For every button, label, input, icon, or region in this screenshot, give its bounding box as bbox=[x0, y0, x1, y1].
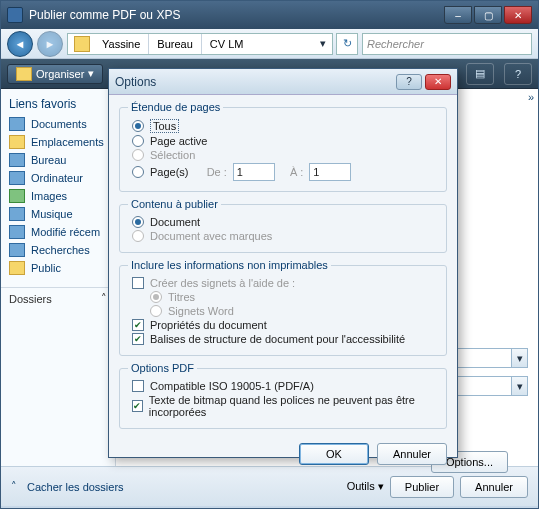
bookmarks-word-option: Signets Word bbox=[150, 305, 438, 317]
recent-icon bbox=[9, 225, 25, 239]
dialog-help-button[interactable]: ? bbox=[396, 74, 422, 90]
checkbox-icon: ✔ bbox=[132, 319, 144, 331]
chevron-down-icon: ▾ bbox=[88, 67, 94, 80]
chevron-up-icon[interactable]: ˄ bbox=[11, 480, 17, 493]
range-selection-option: Sélection bbox=[132, 149, 438, 161]
close-button[interactable]: ✕ bbox=[504, 6, 532, 24]
radio-icon bbox=[132, 120, 144, 132]
music-icon bbox=[9, 207, 25, 221]
doc-props-check[interactable]: ✔ Propriétés du document bbox=[132, 319, 438, 331]
nonprint-group: Inclure les informations non imprimables… bbox=[119, 259, 447, 356]
publish-document-option[interactable]: Document bbox=[132, 216, 438, 228]
to-page-input[interactable]: 1 bbox=[309, 163, 351, 181]
doc-struct-check[interactable]: ✔ Balises de structure de document pour … bbox=[132, 333, 438, 345]
radio-icon bbox=[132, 216, 144, 228]
images-icon bbox=[9, 189, 25, 203]
refresh-button[interactable]: ↻ bbox=[336, 33, 358, 55]
window-title: Publier comme PDF ou XPS bbox=[29, 8, 444, 22]
sidebar: Liens favoris Documents Emplacements Bur… bbox=[1, 89, 116, 466]
crumb-1[interactable]: Bureau bbox=[149, 34, 201, 54]
titlebar: Publier comme PDF ou XPS – ▢ ✕ bbox=[1, 1, 538, 29]
radio-icon bbox=[132, 149, 144, 161]
pdf-options-legend: Options PDF bbox=[128, 362, 197, 374]
tools-button[interactable]: Outils ▾ bbox=[347, 480, 384, 493]
locations-icon bbox=[9, 135, 25, 149]
organize-button[interactable]: Organiser ▾ bbox=[7, 64, 103, 84]
help-button[interactable]: ? bbox=[504, 63, 532, 85]
save-dialog-window: Publier comme PDF ou XPS – ▢ ✕ ◄ ► Yassi… bbox=[0, 0, 539, 509]
sidebar-item-public[interactable]: Public bbox=[1, 259, 115, 277]
chevron-down-icon[interactable]: ▾ bbox=[316, 37, 330, 50]
publish-button[interactable]: Publier bbox=[390, 476, 454, 498]
page-range-group: Étendue de pages Tous Page active Sélect… bbox=[119, 101, 447, 192]
dialog-titlebar: Options ? ✕ bbox=[109, 69, 457, 95]
folders-toggle[interactable]: Dossiers ˄ bbox=[1, 287, 115, 309]
range-active-option[interactable]: Page active bbox=[132, 135, 438, 147]
radio-icon bbox=[132, 166, 144, 178]
search-icon bbox=[9, 243, 25, 257]
search-placeholder: Rechercher bbox=[367, 38, 424, 50]
crumb-2[interactable]: CV LM bbox=[202, 34, 252, 54]
dialog-body: Étendue de pages Tous Page active Sélect… bbox=[109, 95, 457, 443]
sidebar-item-documents[interactable]: Documents bbox=[1, 115, 115, 133]
options-dialog: Options ? ✕ Étendue de pages Tous Page a… bbox=[108, 68, 458, 458]
nonprint-legend: Inclure les informations non imprimables bbox=[128, 259, 331, 271]
ok-button[interactable]: OK bbox=[299, 443, 369, 465]
sidebar-item-locations[interactable]: Emplacements bbox=[1, 133, 115, 151]
bitmap-text-check[interactable]: ✔ Texte de bitmap quand les polices ne p… bbox=[132, 394, 438, 418]
type-dropdown[interactable]: ▾ bbox=[512, 376, 528, 396]
checkbox-icon bbox=[132, 380, 144, 392]
publish-marks-option: Document avec marques bbox=[132, 230, 438, 242]
desktop-icon bbox=[9, 153, 25, 167]
from-page-input[interactable]: 1 bbox=[233, 163, 275, 181]
back-button[interactable]: ◄ bbox=[7, 31, 33, 57]
computer-icon bbox=[9, 171, 25, 185]
cancel-button[interactable]: Annuler bbox=[460, 476, 528, 498]
minimize-button[interactable]: – bbox=[444, 6, 472, 24]
sidebar-item-music[interactable]: Musique bbox=[1, 205, 115, 223]
forward-button[interactable]: ► bbox=[37, 31, 63, 57]
radio-icon bbox=[132, 135, 144, 147]
sidebar-header: Liens favoris bbox=[1, 93, 115, 115]
sidebar-item-searches[interactable]: Recherches bbox=[1, 241, 115, 259]
bookmarks-titles-option: Titres bbox=[150, 291, 438, 303]
organize-label: Organiser bbox=[36, 68, 84, 80]
pdf-options-group: Options PDF Compatible ISO 19005-1 (PDF/… bbox=[119, 362, 447, 429]
dialog-footer: OK Annuler bbox=[109, 443, 457, 473]
nav-row: ◄ ► Yassine Bureau CV LM ▾ ↻ Rechercher bbox=[1, 29, 538, 59]
hide-folders-link[interactable]: Cacher les dossiers bbox=[27, 481, 124, 493]
folder-icon bbox=[16, 67, 32, 81]
checkbox-icon: ✔ bbox=[132, 333, 144, 345]
sidebar-item-recent[interactable]: Modifié récem bbox=[1, 223, 115, 241]
filename-dropdown[interactable]: ▾ bbox=[512, 348, 528, 368]
sidebar-item-images[interactable]: Images bbox=[1, 187, 115, 205]
radio-icon bbox=[150, 305, 162, 317]
crumb-0[interactable]: Yassine bbox=[94, 34, 149, 54]
documents-icon bbox=[9, 117, 25, 131]
app-icon bbox=[7, 7, 23, 23]
sidebar-item-computer[interactable]: Ordinateur bbox=[1, 169, 115, 187]
range-pages-option[interactable]: Page(s) De : 1 À : 1 bbox=[132, 163, 438, 181]
chevron-right-icon[interactable]: » bbox=[528, 91, 534, 103]
views-button[interactable]: ▤ bbox=[466, 63, 494, 85]
radio-icon bbox=[132, 230, 144, 242]
radio-icon bbox=[150, 291, 162, 303]
folder-icon bbox=[74, 36, 90, 52]
dialog-close-button[interactable]: ✕ bbox=[425, 74, 451, 90]
search-input[interactable]: Rechercher bbox=[362, 33, 532, 55]
dialog-title: Options bbox=[115, 75, 393, 89]
iso-check[interactable]: Compatible ISO 19005-1 (PDF/A) bbox=[132, 380, 438, 392]
dialog-cancel-button[interactable]: Annuler bbox=[377, 443, 447, 465]
chevron-up-icon: ˄ bbox=[101, 292, 107, 305]
public-icon bbox=[9, 261, 25, 275]
sidebar-item-desktop[interactable]: Bureau bbox=[1, 151, 115, 169]
breadcrumb[interactable]: Yassine Bureau CV LM ▾ bbox=[67, 33, 333, 55]
bookmarks-check[interactable]: Créer des signets à l'aide de : bbox=[132, 277, 438, 289]
maximize-button[interactable]: ▢ bbox=[474, 6, 502, 24]
page-range-legend: Étendue de pages bbox=[128, 101, 223, 113]
checkbox-icon: ✔ bbox=[132, 400, 143, 412]
publish-content-group: Contenu à publier Document Document avec… bbox=[119, 198, 447, 253]
publish-content-legend: Contenu à publier bbox=[128, 198, 221, 210]
checkbox-icon bbox=[132, 277, 144, 289]
range-all-option[interactable]: Tous bbox=[132, 119, 438, 133]
